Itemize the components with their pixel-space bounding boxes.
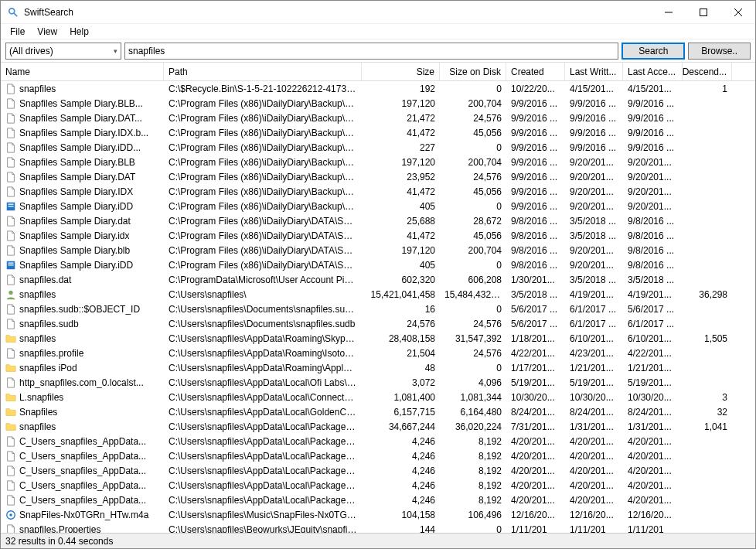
diary-icon (5, 201, 16, 212)
table-row[interactable]: C_Users_snapfiles_AppData...C:\Users\sna… (1, 478, 755, 493)
cell-name: Snapfiles Sample Diary.DAT... (19, 113, 142, 124)
cell-path: C:\Users\snapfiles\Documents\snapfiles.s… (164, 318, 362, 330)
user-icon (5, 289, 16, 300)
svg-rect-7 (9, 203, 14, 204)
table-scroll[interactable]: Name Path Size Size on Disk Created Last… (1, 63, 755, 533)
search-button[interactable]: Search (621, 43, 685, 60)
cell-accessed: 4/19/201... (623, 288, 683, 301)
table-row[interactable]: Snapfiles Sample Diary.blbC:\Program Fil… (1, 243, 755, 257)
minimize-button[interactable] (651, 1, 686, 23)
cell-name: Snapfiles Sample Diary.iDD (19, 201, 133, 212)
cell-accessed: 5/6/2017 ... (623, 303, 683, 315)
file-icon (5, 98, 16, 109)
table-row[interactable]: snapfilesC:\Users\snapfiles\AppData\Loca… (1, 419, 755, 434)
col-descend[interactable]: Descend... (683, 63, 732, 80)
table-row[interactable]: Snapfiles Sample Diary.IDXC:\Program Fil… (1, 184, 755, 199)
file-icon (5, 245, 16, 256)
table-row[interactable]: Snapfiles Sample Diary.BLBC:\Program Fil… (1, 155, 755, 169)
cell-created: 9/9/2016 ... (506, 171, 565, 183)
table-row[interactable]: snapfiles.sudbC:\Users\snapfiles\Documen… (1, 316, 755, 331)
cell-accessed: 9/20/201... (623, 156, 683, 169)
cell-written: 9/9/2016 ... (565, 127, 623, 139)
col-size[interactable]: Size (362, 63, 440, 80)
cell-path: C:\Users\snapfiles\AppData\Local\Package… (164, 494, 362, 506)
close-button[interactable] (720, 1, 755, 23)
file-icon (5, 480, 16, 491)
table-row[interactable]: SnapfilesC:\Users\snapfiles\AppData\Loca… (1, 404, 755, 419)
cell-name: Snapfiles Sample Diary.BLB... (19, 98, 143, 109)
cell-disk: 200,704 (440, 244, 506, 257)
table-row[interactable]: snapfiles.datC:\ProgramData\Microsoft\Us… (1, 272, 755, 287)
cell-size: 6,157,715 (362, 406, 440, 418)
cell-path: C:\Users\snapfiles\AppData\Local\Ofi Lab… (164, 377, 362, 389)
col-disk[interactable]: Size on Disk (440, 63, 506, 80)
table-row[interactable]: C_Users_snapfiles_AppData...C:\Users\sna… (1, 448, 755, 463)
col-name[interactable]: Name (1, 63, 164, 80)
maximize-button[interactable] (686, 1, 720, 23)
cell-name: snapfiles.sudb::$OBJECT_ID (19, 304, 140, 315)
svg-rect-11 (9, 264, 14, 265)
col-written[interactable]: Last Writt... (565, 63, 623, 80)
cell-desc (683, 264, 732, 266)
table-row[interactable]: SnapFiles-Nx0TGRn_HTw.m4aC:\Users\snapfi… (1, 507, 755, 522)
cell-created: 9/9/2016 ... (506, 142, 565, 154)
cell-path: C:\Users\snapfiles\AppData\Local\Package… (164, 421, 362, 433)
drive-dropdown[interactable]: (All drives) ▾ (5, 43, 121, 60)
cell-path: C:\Program Files (x86)\iDailyDiary\Backu… (164, 112, 362, 124)
menu-help[interactable]: Help (63, 25, 95, 39)
table-row[interactable]: Snapfiles Sample Diary.iDD...C:\Program … (1, 140, 755, 155)
table-row[interactable]: L.snapfilesC:\Users\snapfiles\AppData\Lo… (1, 390, 755, 404)
cell-accessed: 9/20/201... (623, 200, 683, 213)
cell-disk: 8,192 (440, 435, 506, 448)
cell-disk: 0 (440, 142, 506, 154)
table-row[interactable]: snapfilesC:\$Recycle.Bin\S-1-5-21-102226… (1, 81, 755, 96)
table-row[interactable]: C_Users_snapfiles_AppData...C:\Users\sna… (1, 434, 755, 448)
menu-view[interactable]: View (31, 25, 63, 39)
cell-written: 4/20/201... (565, 465, 623, 477)
col-created[interactable]: Created (506, 63, 565, 80)
cell-desc (683, 382, 732, 384)
table-row[interactable]: Snapfiles Sample Diary.iDDC:\Program Fil… (1, 199, 755, 213)
table-row[interactable]: Snapfiles Sample Diary.DATC:\Program Fil… (1, 169, 755, 184)
cell-desc (683, 147, 732, 148)
cell-desc: 1,041 (683, 421, 732, 433)
cell-written: 3/5/2018 ... (565, 215, 623, 227)
cell-desc (683, 176, 732, 178)
col-path[interactable]: Path (164, 63, 362, 80)
table-row[interactable]: Snapfiles Sample Diary.DAT...C:\Program … (1, 111, 755, 125)
table-row[interactable]: snapfilesC:\Users\snapfiles\AppData\Roam… (1, 331, 755, 346)
folder-icon (5, 421, 16, 432)
table-row[interactable]: snapfiles.profileC:\Users\snapfiles\AppD… (1, 346, 755, 360)
svg-point-0 (9, 8, 15, 13)
table-row[interactable]: C_Users_snapfiles_AppData...C:\Users\sna… (1, 463, 755, 478)
cell-desc (683, 279, 732, 281)
table-row[interactable]: snapfiles iPodC:\Users\snapfiles\AppData… (1, 360, 755, 375)
cell-path: C:\Users\snapfiles\AppData\Local\GoldenC… (164, 406, 362, 418)
cell-disk: 24,576 (440, 171, 506, 183)
cell-created: 9/9/2016 ... (506, 97, 565, 110)
cell-written: 9/20/201... (565, 171, 623, 183)
cell-written: 9/20/201... (565, 244, 623, 257)
table-row[interactable]: snapfiles.sudb::$OBJECT_IDC:\Users\snapf… (1, 302, 755, 316)
cell-written: 9/20/201... (565, 200, 623, 213)
cell-path: C:\Program Files (x86)\iDailyDiary\Backu… (164, 186, 362, 198)
table-row[interactable]: Snapfiles Sample Diary.datC:\Program Fil… (1, 213, 755, 228)
table-row[interactable]: C_Users_snapfiles_AppData...C:\Users\sna… (1, 493, 755, 507)
table-row[interactable]: Snapfiles Sample Diary.iDDC:\Program Fil… (1, 257, 755, 272)
col-accessed[interactable]: Last Acce... (623, 63, 683, 80)
cell-path: C:\Program Files (x86)\iDailyDiary\DATA\… (164, 259, 362, 271)
browse-button[interactable]: Browse.. (688, 43, 751, 60)
table-row[interactable]: snapfiles.PropertiesC:\Users\snapfiles\B… (1, 522, 755, 533)
table-row[interactable]: Snapfiles Sample Diary.BLB...C:\Program … (1, 96, 755, 111)
menu-file[interactable]: File (4, 25, 31, 39)
table-row[interactable]: snapfilesC:\Users\snapfiles\15,421,041,4… (1, 287, 755, 302)
search-input[interactable] (124, 43, 618, 60)
cell-size: 405 (362, 259, 440, 271)
file-icon (5, 84, 16, 94)
cell-disk: 0 (440, 362, 506, 374)
window-title: SwiftSearch (24, 7, 651, 18)
cell-accessed: 1/31/201... (623, 421, 683, 433)
table-row[interactable]: Snapfiles Sample Diary.IDX.b...C:\Progra… (1, 125, 755, 140)
table-row[interactable]: Snapfiles Sample Diary.idxC:\Program Fil… (1, 228, 755, 243)
table-row[interactable]: http_snapfiles.com_0.localst...C:\Users\… (1, 375, 755, 390)
